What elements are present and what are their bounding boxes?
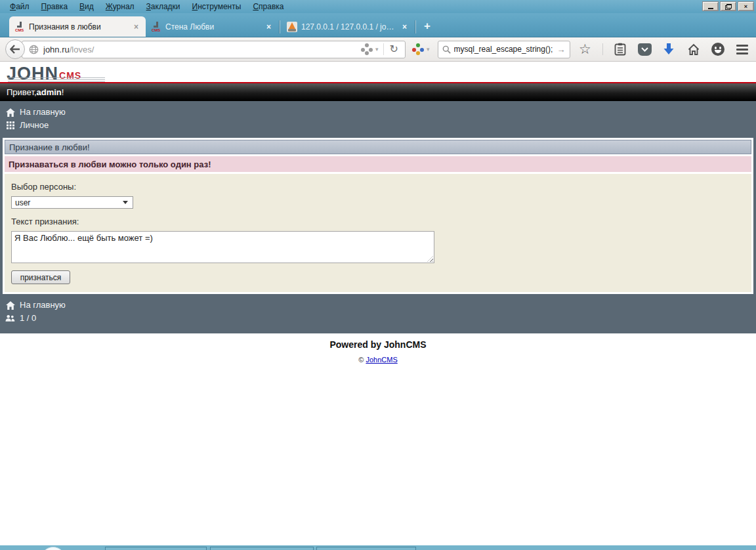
- clipboard-icon: [614, 43, 626, 56]
- search-bar: →: [438, 41, 570, 58]
- menu-help[interactable]: Справка: [247, 1, 289, 12]
- bottom-navigation: На главную 1 / 0: [0, 294, 756, 333]
- person-select[interactable]: user: [11, 196, 133, 209]
- confession-form: Выбор персоны: user Текст признания: Я В…: [5, 174, 751, 292]
- confession-panel: Признание в любви! Признаваться в любви …: [3, 138, 753, 294]
- bookmark-star-button[interactable]: ☆: [578, 42, 593, 56]
- greeting-prefix: Привет,: [7, 87, 37, 97]
- copyright-line: © JohnCMS: [0, 356, 756, 364]
- menu-history[interactable]: Журнал: [100, 1, 140, 12]
- page-footer: Powered by JohnCMS © JohnCMS: [0, 333, 756, 545]
- browser-window: Файл Правка Вид Журнал Закладки Инструме…: [0, 0, 756, 550]
- downloads-button[interactable]: [662, 42, 676, 56]
- footer-home-link[interactable]: На главную: [5, 299, 756, 312]
- confess-submit-button[interactable]: признаться: [11, 270, 70, 284]
- minimize-button[interactable]: [702, 1, 719, 11]
- tab-confessions[interactable]: CMS Признания в любви ×: [9, 16, 146, 37]
- search-icon: [442, 45, 451, 54]
- menu-tools[interactable]: Инструменты: [186, 1, 247, 12]
- smiley-icon: [711, 43, 724, 56]
- tab-title: Стена Любви: [161, 22, 264, 32]
- tab-separator: [415, 20, 416, 33]
- nav-label: На главную: [20, 108, 66, 117]
- app-menu-button[interactable]: [735, 42, 749, 56]
- taskbar-button[interactable]: [105, 547, 207, 550]
- nav-label: Личное: [20, 121, 49, 130]
- url-bar[interactable]: john.ru/loves/ ▾ ↻: [22, 41, 406, 58]
- panel-title-bar: Признание в любви!: [5, 140, 751, 154]
- home-icon: [5, 108, 15, 117]
- menu-edit[interactable]: Правка: [35, 1, 74, 12]
- nav-personal-link[interactable]: Личное: [5, 119, 756, 132]
- greeting-bar: Привет, admin!: [0, 83, 756, 101]
- greeting-suffix: !: [62, 87, 64, 97]
- dropdown-chevron-icon: ▾: [427, 46, 430, 53]
- star-icon: ☆: [579, 43, 591, 56]
- search-input[interactable]: [454, 45, 556, 54]
- person-select-value: user: [15, 198, 123, 207]
- restore-button[interactable]: [720, 1, 736, 11]
- warning-text: Признаваться в любви можно только один р…: [9, 159, 211, 169]
- tab-wall-of-love[interactable]: CMS Стена Любви ×: [146, 16, 278, 37]
- taskbar-button[interactable]: [210, 547, 314, 550]
- new-tab-button[interactable]: +: [417, 20, 437, 33]
- panel-title: Признание в любви!: [9, 142, 90, 152]
- home-button[interactable]: [686, 42, 701, 56]
- logo-hatch-decoration: [8, 77, 105, 82]
- johncms-link[interactable]: JohnCMS: [366, 356, 397, 364]
- site-body: На главную Личное Признание в любви! П: [0, 101, 756, 333]
- greeting-username: admin: [37, 87, 62, 97]
- tab-close-icon[interactable]: ×: [264, 22, 273, 32]
- reload-button[interactable]: ↻: [388, 43, 402, 56]
- back-arrow-icon: [10, 45, 20, 54]
- home-icon: [5, 301, 15, 310]
- taskbar-button[interactable]: [316, 547, 416, 550]
- tab-title: Признания в любви: [25, 22, 132, 32]
- top-navigation: На главную Личное: [0, 101, 756, 138]
- textarea-wrapper: Я Вас Люблю... ещё быть может =): [11, 231, 434, 263]
- tab-phpmyadmin[interactable]: 127.0.0.1 / 127.0.0.1 / johnc... ×: [282, 16, 414, 37]
- web-page: JOHNCMS Привет, admin! На главную: [0, 62, 756, 545]
- search-go-icon[interactable]: →: [556, 45, 566, 54]
- grid-icon: [5, 121, 15, 130]
- pocket-icon: [638, 43, 652, 56]
- start-orb-button[interactable]: [41, 547, 66, 550]
- online-count: 1 / 0: [20, 314, 36, 323]
- restore-icon: [726, 4, 732, 9]
- select-arrow-icon: [123, 201, 128, 204]
- emoji-extension-button[interactable]: [711, 42, 725, 56]
- nav-home-link[interactable]: На главную: [5, 106, 756, 119]
- close-button[interactable]: ×: [738, 1, 754, 11]
- url-host: john.ru: [43, 45, 70, 54]
- johncms-favicon-icon: CMS: [151, 22, 161, 32]
- tab-close-icon[interactable]: ×: [400, 22, 409, 32]
- person-select-label: Выбор персоны:: [11, 182, 745, 192]
- home-icon: [687, 43, 700, 56]
- navigation-toolbar: john.ru/loves/ ▾ ↻ ▾ → ☆: [0, 37, 756, 62]
- speed-dial-icon[interactable]: [361, 43, 373, 55]
- minimize-icon: [708, 8, 713, 9]
- url-path: /loves/: [70, 45, 94, 54]
- tab-close-icon[interactable]: ×: [132, 22, 140, 32]
- globe-icon: [29, 45, 39, 54]
- download-arrow-icon: [663, 43, 674, 56]
- bookmarks-menu-button[interactable]: [613, 42, 627, 56]
- confession-text-label: Текст признания:: [11, 217, 745, 226]
- dropdown-chevron-icon[interactable]: ▾: [375, 46, 379, 53]
- back-button[interactable]: [5, 39, 25, 59]
- menu-file[interactable]: Файл: [4, 1, 35, 12]
- speed-dial-toolbar-button[interactable]: ▾: [412, 43, 430, 55]
- menu-view[interactable]: Вид: [74, 1, 100, 12]
- hamburger-icon: [736, 45, 748, 54]
- urlbar-controls: ▾ ↻: [361, 43, 402, 56]
- nav-label: На главную: [20, 301, 66, 310]
- window-controls: ×: [702, 1, 754, 11]
- menu-bookmarks[interactable]: Закладки: [140, 1, 186, 12]
- confession-textarea[interactable]: Я Вас Люблю... ещё быть может =): [11, 231, 434, 263]
- warning-bar: Признаваться в любви можно только один р…: [5, 156, 751, 172]
- users-icon: [5, 314, 15, 323]
- online-counter[interactable]: 1 / 0: [5, 312, 756, 325]
- johncms-favicon-icon: CMS: [14, 22, 25, 32]
- pocket-button[interactable]: [637, 42, 652, 56]
- menu-bar: Файл Правка Вид Журнал Закладки Инструме…: [0, 0, 756, 13]
